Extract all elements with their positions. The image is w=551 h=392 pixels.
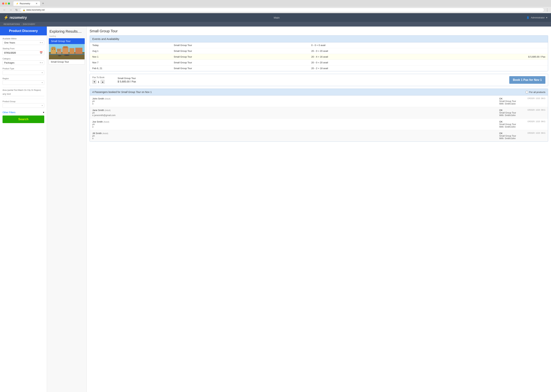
other-filters-row[interactable]: Other Filters ▾	[2, 110, 44, 114]
passenger-order: ORDER: 1020 BKG	[527, 109, 545, 117]
svg-rect-10	[52, 49, 53, 50]
user-menu[interactable]: 👤 Administrator ▾	[526, 16, 547, 19]
available-within-dropdown-icon[interactable]: ▾	[42, 42, 43, 44]
region-select[interactable]	[4, 81, 42, 84]
browser-menu-button[interactable]: ⋮	[546, 8, 549, 12]
event-tour: Small Group Tour	[171, 54, 309, 60]
product-group-select[interactable]	[4, 104, 42, 107]
maximize-dot[interactable]	[8, 2, 10, 5]
breadcrumb: RESERVATIONS › DISCOVERY	[0, 22, 551, 27]
category-group: Category Packages ✕ ▾	[2, 58, 44, 65]
pax-decrease-button[interactable]: ▾	[92, 80, 96, 84]
pax-increase-button[interactable]: ▴	[101, 80, 105, 84]
passenger-type: (Adult)	[105, 109, 111, 111]
product-type-control[interactable]: ▾	[2, 70, 44, 75]
svg-rect-7	[63, 46, 68, 48]
passenger-name: Jill Smith (Adult)	[92, 132, 496, 135]
category-control[interactable]: Packages ✕ ▾	[2, 60, 44, 65]
book-button[interactable]: Book 1 Pax for Nov 1	[509, 76, 545, 84]
svg-rect-5	[57, 49, 61, 54]
area-group: Area (partial Text Match On City Or Regi…	[2, 89, 44, 96]
passenger-type: (Adult)	[102, 132, 108, 134]
passenger-info: Jill Smith (Adult) ph e	[92, 132, 496, 140]
close-dot[interactable]	[2, 2, 4, 5]
refresh-button[interactable]: ↻	[14, 8, 19, 12]
back-button[interactable]: ←	[2, 8, 7, 12]
event-row[interactable]: Nov 7 Small Group Tour 20 - 0 = 20 avail	[90, 60, 548, 65]
starting-from-control[interactable]: 📅	[2, 50, 44, 55]
bkg-label: BKG	[541, 120, 545, 128]
available-within-control[interactable]: One Years ✕ ▾	[2, 40, 44, 45]
order-number: ORDER: 1020	[527, 120, 540, 128]
price-section: Small Group Tour $ 5,685.00 / Pax	[118, 77, 506, 83]
product-type-select[interactable]	[4, 71, 42, 74]
event-row[interactable]: Feb 6, 21 Small Group Tour 20 - 2 = 18 a…	[90, 65, 548, 71]
svg-rect-9	[75, 48, 82, 54]
category-clear[interactable]: ✕	[40, 62, 41, 64]
address-bar[interactable]: 🔒 www.rezometry.net	[20, 8, 544, 12]
pax-to-book-label: Pax To Book	[92, 76, 114, 79]
passenger-order: ORDER: 1020 BKG	[527, 97, 545, 105]
product-group-label: Product Group	[2, 100, 44, 103]
result-item-image	[49, 44, 85, 59]
passenger-type: (Adult)	[105, 98, 111, 100]
breadcrumb-reservations[interactable]: RESERVATIONS	[4, 23, 20, 25]
svg-rect-13	[59, 49, 60, 50]
event-row[interactable]: Nov 1 Small Group Tour 20 - 4 = 16 avail…	[90, 54, 548, 60]
region-label: Region	[2, 77, 44, 80]
events-availability-box: Events and Availability Today Small Grou…	[90, 35, 548, 71]
event-date: Feb 6, 21	[90, 65, 171, 71]
search-button[interactable]: Search	[2, 116, 44, 123]
top-nav: ⚡ rezometry Main 👤 Administrator ▾	[0, 13, 551, 22]
forward-button[interactable]: →	[8, 8, 13, 12]
app: ⚡ rezometry Main 👤 Administrator ▾ RESER…	[0, 13, 551, 392]
order-number: ORDER: 1020	[527, 132, 540, 140]
pax-value: 1	[98, 80, 99, 83]
area-input[interactable]	[2, 92, 44, 96]
minimize-dot[interactable]	[5, 2, 7, 5]
for-all-products-checkbox[interactable]	[526, 91, 528, 93]
region-arrow: ▾	[42, 82, 43, 84]
passenger-with: With: Smith/John	[499, 137, 524, 140]
passenger-with: With: Smith/Jane	[499, 103, 524, 105]
passenger-email: e	[92, 103, 496, 105]
event-row[interactable]: Today Small Group Tour 0 - 0 = 0 avail	[90, 42, 548, 48]
event-date: Today	[90, 42, 171, 48]
event-row[interactable]: Aug 1 Small Group Tour 20 - 0 = 20 avail	[90, 48, 548, 54]
event-price	[427, 42, 548, 48]
for-all-products[interactable]: For all products	[526, 91, 545, 93]
passengers-header-suffix: on Nov 1	[141, 91, 152, 93]
svg-rect-16	[49, 54, 85, 59]
pax-stepper: ▾ 1 ▴	[92, 80, 114, 84]
svg-rect-12	[57, 49, 58, 50]
sidebar: Product Discovery Available Within One Y…	[0, 27, 47, 392]
product-group-control[interactable]: ▾	[2, 103, 44, 108]
event-avail: 20 - 2 = 18 avail	[309, 65, 427, 71]
calendar-icon[interactable]: 📅	[40, 51, 43, 54]
category-dropdown-icon[interactable]: ▾	[42, 62, 43, 64]
passengers-header-italic: Small Group Tour	[121, 91, 141, 93]
event-price	[427, 60, 548, 65]
svg-rect-3	[51, 48, 56, 54]
result-item-header[interactable]: Small Group Tour	[49, 38, 85, 44]
pax-section: Pax To Book ▾ 1 ▴	[92, 76, 114, 84]
passenger-row: Jane Smith (Adult) ph e janesmith@gmail.…	[90, 107, 548, 119]
event-date: Nov 7	[90, 60, 171, 65]
event-date: Aug 1	[90, 48, 171, 54]
new-tab-button[interactable]: +	[41, 1, 45, 6]
browser-tab-active[interactable]: ⚡ Rezometry ✕	[13, 1, 40, 6]
result-item-body: Small Group Tour	[49, 44, 85, 64]
starting-from-group: Starting From 📅	[2, 48, 44, 55]
available-within-clear[interactable]: ✕	[40, 42, 41, 44]
logo[interactable]: ⚡ rezometry	[4, 15, 27, 20]
form-divider-2	[2, 99, 44, 99]
passenger-status: OK Small Group Tour With: Smith/John	[499, 132, 524, 140]
passenger-tour: Small Group Tour	[499, 112, 524, 114]
sidebar-title: Product Discovery	[0, 27, 47, 35]
tab-close-button[interactable]: ✕	[36, 2, 38, 5]
user-label: Administrator	[531, 16, 545, 19]
event-date: Nov 1	[90, 54, 171, 60]
starting-from-input[interactable]	[4, 51, 40, 54]
passenger-order: ORDER: 1020 BKG	[527, 120, 545, 128]
region-control[interactable]: ▾	[2, 80, 44, 85]
